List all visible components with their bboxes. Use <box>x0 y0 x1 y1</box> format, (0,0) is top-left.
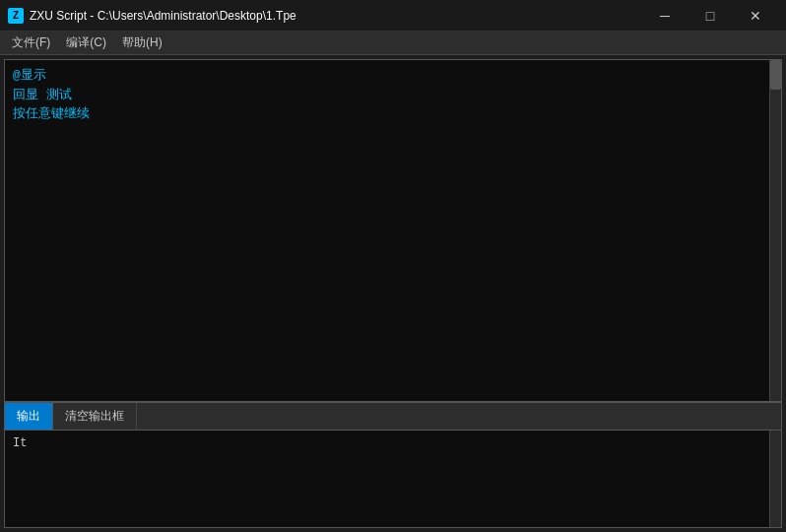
editor-area[interactable]: @显示 回显 测试 按任意键继续 <box>4 59 782 402</box>
output-scrollbar[interactable] <box>769 431 781 527</box>
output-text: It <box>13 436 27 450</box>
menu-file[interactable]: 文件(F) <box>4 32 58 54</box>
editor-scrollbar[interactable] <box>769 60 781 401</box>
editor-line-3: 按任意键继续 <box>13 104 773 124</box>
title-bar: Z ZXU Script - C:\Users\Administrator\De… <box>0 0 786 32</box>
window-title: ZXU Script - C:\Users\Administrator\Desk… <box>30 9 642 23</box>
maximize-button[interactable]: □ <box>688 0 733 32</box>
output-content: It <box>5 431 781 456</box>
output-tabs: 输出 清空输出框 <box>4 402 782 430</box>
output-area[interactable]: It <box>4 430 782 528</box>
menu-help[interactable]: 帮助(H) <box>114 32 170 54</box>
editor-scrollbar-thumb <box>770 60 781 90</box>
app-icon: Z <box>8 8 24 24</box>
editor-line-2: 回显 测试 <box>13 86 773 105</box>
close-button[interactable]: ✕ <box>733 0 778 32</box>
clear-output-button[interactable]: 清空输出框 <box>53 403 137 430</box>
output-tab[interactable]: 输出 <box>5 403 53 430</box>
minimize-button[interactable]: ─ <box>642 0 688 32</box>
menu-compile[interactable]: 编译(C) <box>58 32 114 54</box>
editor-line-1: @显示 <box>13 66 773 86</box>
window-controls: ─ □ ✕ <box>642 0 778 32</box>
bottom-panel: 输出 清空输出框 It <box>4 402 782 528</box>
menu-bar: 文件(F) 编译(C) 帮助(H) <box>0 32 786 55</box>
editor-content: @显示 回显 测试 按任意键继续 <box>5 60 781 130</box>
